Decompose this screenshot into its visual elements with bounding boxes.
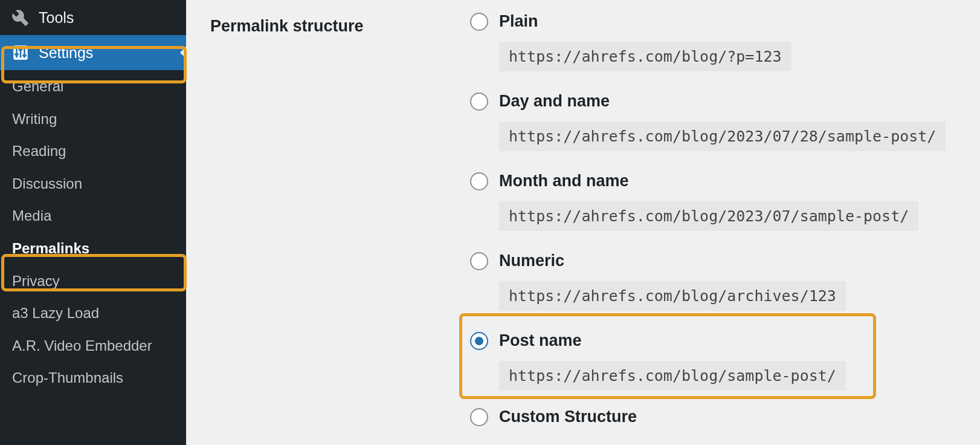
submenu-item-discussion[interactable]: Discussion: [0, 167, 186, 200]
settings-submenu: General Writing Reading Discussion Media…: [0, 70, 186, 394]
svg-rect-1: [16, 48, 18, 58]
submenu-item-a3-lazy-load[interactable]: a3 Lazy Load: [0, 297, 186, 330]
option-custom: Custom Structure: [470, 408, 956, 426]
svg-rect-4: [15, 53, 19, 55]
option-label: Day and name: [499, 92, 610, 111]
option-plain: Plain https://ahrefs.com/blog/?p=123: [470, 12, 956, 71]
submenu-item-ar-video-embedder[interactable]: A.R. Video Embedder: [0, 330, 186, 362]
submenu-item-media[interactable]: Media: [0, 200, 186, 232]
submenu-item-general[interactable]: General: [0, 70, 186, 103]
url-example: https://ahrefs.com/blog/2023/07/sample-p…: [499, 201, 918, 231]
url-example: https://ahrefs.com/blog/2023/07/28/sampl…: [499, 122, 946, 151]
wrench-icon: [12, 9, 29, 26]
option-label: Numeric: [499, 252, 564, 270]
submenu-item-crop-thumbnails[interactable]: Crop-Thumbnails: [0, 362, 186, 394]
sidebar-item-label: Settings: [39, 44, 93, 62]
option-month-name: Month and name https://ahrefs.com/blog/2…: [470, 172, 956, 231]
url-example: https://ahrefs.com/blog/archives/123: [499, 281, 846, 311]
submenu-item-writing[interactable]: Writing: [0, 103, 186, 135]
radio-day-name[interactable]: [470, 93, 488, 111]
submenu-item-permalinks[interactable]: Permalinks: [0, 232, 186, 265]
permalink-options: Plain https://ahrefs.com/blog/?p=123 Day…: [470, 12, 956, 437]
sidebar-item-tools[interactable]: Tools: [0, 0, 186, 35]
radio-month-name[interactable]: [470, 172, 488, 190]
radio-post-name[interactable]: [470, 332, 488, 350]
sidebar-item-settings[interactable]: Settings: [0, 35, 186, 70]
url-example: https://ahrefs.com/blog/sample-post/: [499, 361, 846, 391]
option-post-name: Post name https://ahrefs.com/blog/sample…: [470, 331, 956, 391]
sidebar-item-label: Tools: [39, 8, 74, 27]
submenu-item-privacy[interactable]: Privacy: [0, 265, 186, 297]
option-label: Post name: [499, 331, 582, 350]
submenu-item-reading[interactable]: Reading: [0, 135, 186, 167]
section-title: Permalink structure: [210, 17, 470, 36]
main-content: Permalink structure Plain https://ahrefs…: [186, 0, 980, 445]
radio-numeric[interactable]: [470, 252, 488, 270]
svg-rect-5: [19, 49, 23, 51]
admin-sidebar: Tools Settings General Writing Reading D…: [0, 0, 186, 445]
option-label: Month and name: [499, 172, 629, 190]
option-numeric: Numeric https://ahrefs.com/blog/archives…: [470, 252, 956, 311]
radio-custom[interactable]: [470, 408, 488, 426]
option-label: Custom Structure: [499, 408, 637, 426]
url-example: https://ahrefs.com/blog/?p=123: [499, 42, 791, 71]
radio-plain[interactable]: [470, 13, 488, 31]
svg-rect-6: [22, 54, 27, 56]
sliders-icon: [12, 44, 29, 61]
option-label: Plain: [499, 12, 538, 31]
option-day-name: Day and name https://ahrefs.com/blog/202…: [470, 92, 956, 151]
